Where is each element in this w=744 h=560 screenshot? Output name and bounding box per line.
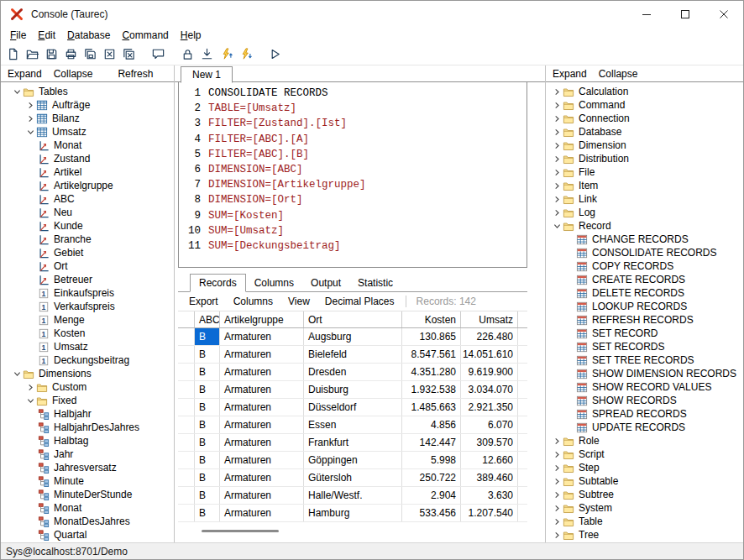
chevron-right-icon[interactable] [551,516,563,527]
tree-item-distribution[interactable]: Distribution [546,152,743,165]
tree-item-record[interactable]: Record [546,219,743,233]
row-selector[interactable] [178,399,195,416]
cell[interactable]: 12.660 [461,452,518,468]
tree-item-monat[interactable]: Monat [1,139,174,152]
tab-new-1[interactable]: New 1 [181,66,233,83]
tab-statistic[interactable]: Statistic [349,275,401,291]
cell[interactable]: 2.921.350 [461,399,518,416]
chevron-right-icon[interactable] [551,153,563,165]
chevron-down-icon[interactable] [11,368,23,379]
cell[interactable]: Halle/Westf. [304,487,402,504]
chevron-right-icon[interactable] [551,193,563,205]
import-button[interactable] [197,45,217,64]
cell[interactable]: 3.630 [461,487,518,504]
cell[interactable]: 142.447 [402,434,461,451]
tree-item-database[interactable]: Database [546,125,743,139]
tree-item-halbtag[interactable]: Halbtag [1,434,174,447]
decimal-places-button[interactable]: Decimal Places [317,296,402,307]
tree-item-dimension[interactable]: Dimension [546,139,743,152]
menu-file[interactable]: File [4,28,32,43]
cell[interactable]: Duisburg [304,381,402,398]
chevron-right-icon[interactable] [551,489,563,500]
horizontal-scrollbar[interactable] [195,526,526,536]
tree-item-delete-records[interactable]: DELETE RECORDS [546,286,743,300]
chevron-down-icon[interactable] [551,220,563,232]
tree-item-link[interactable]: Link [546,192,743,206]
code-editor[interactable]: 1CONSOLIDATE RECORDS2TABLE=[Umsatz]3FILT… [178,81,527,268]
tree-item-set-records[interactable]: SET RECORDS [546,340,743,353]
tree-item-ort[interactable]: Ort [1,259,174,273]
cell[interactable]: Düsseldorf [304,399,402,416]
cell[interactable]: Dresden [304,364,402,380]
tree-item-bilanz[interactable]: Bilanz [1,112,174,125]
export-button[interactable]: Export [181,296,226,307]
menu-command[interactable]: Command [116,28,174,43]
chevron-down-icon[interactable] [11,86,23,97]
tree-item-deckungsbeitrag[interactable]: 1Deckungsbeitrag [1,353,174,367]
cell[interactable]: B [195,364,220,380]
tree-item-tree[interactable]: Tree [546,528,743,542]
tab-columns[interactable]: Columns [246,275,302,291]
row-selector[interactable] [178,346,195,363]
tree-item-einkaufspreis[interactable]: 1Einkaufspreis [1,286,174,300]
cell[interactable]: 309.570 [461,434,518,451]
cell[interactable]: Armaturen [220,399,304,416]
cell[interactable]: 4.351.280 [402,364,461,380]
chevron-down-icon[interactable] [24,395,36,406]
execute-down-button[interactable] [236,45,255,64]
cell[interactable]: B [195,346,220,363]
print-button[interactable] [61,45,81,64]
cell[interactable]: 250.722 [402,469,461,486]
cell[interactable]: Armaturen [220,434,304,451]
refresh-button[interactable]: Refresh [118,68,153,80]
tree-item-consolidate-records[interactable]: CONSOLIDATE RECORDS [546,246,743,259]
cell[interactable]: B [195,452,220,468]
cell[interactable]: 5.998 [402,452,461,468]
save-all-button[interactable] [81,45,100,64]
chevron-right-icon[interactable] [24,381,36,393]
tree-item-artikelgruppe[interactable]: Artikelgruppe [1,179,174,192]
tree-item-subtable[interactable]: Subtable [546,474,743,488]
tree-item-show-records[interactable]: SHOW RECORDS [546,394,743,407]
cell[interactable]: 2.904 [402,487,461,504]
tree-item-gebiet[interactable]: Gebiet [1,246,174,259]
cell[interactable]: Armaturen [220,487,304,504]
row-selector[interactable] [178,505,195,521]
row-selector[interactable] [178,434,195,451]
tree-item-menge[interactable]: 1Menge [1,313,174,327]
tree-item-show-record-values[interactable]: SHOW RECORD VALUES [546,380,743,394]
chevron-right-icon[interactable] [551,86,563,97]
tree-item-update-records[interactable]: UPDATE RECORDS [546,421,743,434]
tab-output[interactable]: Output [302,275,349,291]
cell[interactable]: Gütersloh [304,469,402,486]
lock-button[interactable] [178,45,197,64]
column-header-umsatz[interactable]: Umsatz [461,311,518,327]
tree-item-halbjahrdesjahres[interactable]: HalbjahrDesJahres [1,421,174,434]
cell[interactable]: 1.485.663 [402,399,461,416]
save-button[interactable] [42,45,61,64]
tree-item-script[interactable]: Script [546,447,743,461]
tree-item-monat[interactable]: Monat [1,501,174,515]
cell[interactable]: B [195,416,220,433]
collapse-button[interactable]: Collapse [54,68,93,80]
tree-item-step[interactable]: Step [546,461,743,474]
chevron-right-icon[interactable] [551,462,563,474]
cell[interactable]: Armaturen [220,381,304,398]
cell[interactable]: B [195,487,220,504]
row-selector[interactable] [178,364,195,380]
column-header-ort[interactable]: Ort [304,311,402,327]
cell[interactable]: Hamburg [304,505,402,521]
cell[interactable]: Armaturen [220,416,304,433]
row-selector[interactable] [178,328,195,345]
cell[interactable]: Armaturen [220,469,304,486]
tree-item-custom[interactable]: Custom [1,380,174,394]
tree-item-show-dimension-records[interactable]: SHOW DIMENSION RECORDS [546,367,743,380]
cell[interactable]: 533.456 [402,505,461,521]
cell[interactable]: 8.547.561 [402,346,461,363]
cell[interactable]: 4.856 [402,416,461,433]
tree-item-copy-records[interactable]: COPY RECORDS [546,259,743,273]
column-header-artikelgruppe[interactable]: Artikelgruppe [220,311,304,327]
tree-item-role[interactable]: Role [546,434,743,447]
tree-item-umsatz[interactable]: 1Umsatz [1,340,174,353]
run-button[interactable] [265,45,285,64]
